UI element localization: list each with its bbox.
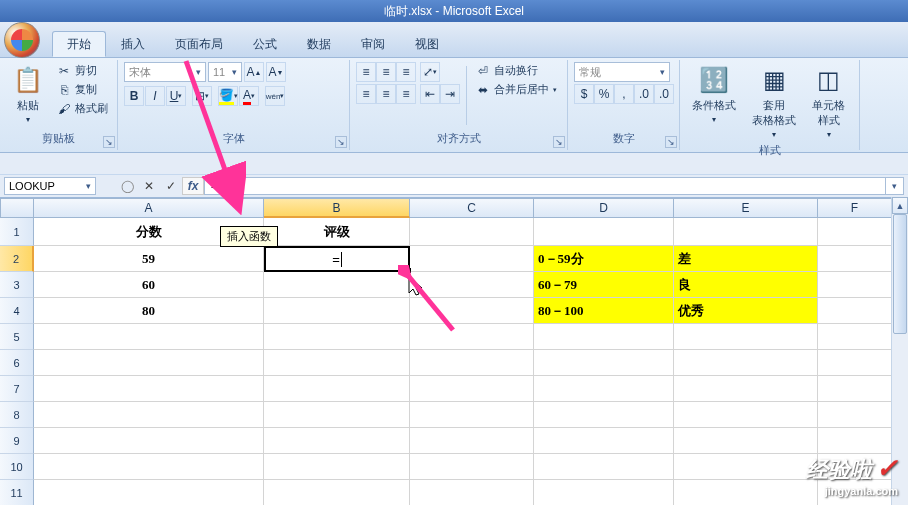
font-name-combo[interactable]: 宋体 (124, 62, 206, 82)
cell-A6[interactable] (34, 350, 264, 376)
scroll-up-button[interactable]: ▲ (892, 197, 908, 214)
merge-center-button[interactable]: ⬌合并后居中▾ (473, 81, 560, 98)
cell-D7[interactable] (534, 376, 674, 402)
accounting-button[interactable]: $ (574, 84, 594, 104)
cell-A3[interactable]: 60 (34, 272, 264, 298)
cell-F5[interactable] (818, 324, 892, 350)
cell-C6[interactable] (410, 350, 534, 376)
number-format-combo[interactable]: 常规 (574, 62, 670, 82)
comma-button[interactable]: , (614, 84, 634, 104)
office-button[interactable] (4, 22, 40, 58)
name-box[interactable]: LOOKUP (4, 177, 96, 195)
cell-D4[interactable]: 80－100 (534, 298, 674, 324)
column-header-A[interactable]: A (34, 198, 264, 218)
row-header-2[interactable]: 2 (0, 246, 34, 272)
cell-C11[interactable] (410, 480, 534, 505)
tab-review[interactable]: 审阅 (346, 31, 400, 57)
cell-E9[interactable] (674, 428, 818, 454)
cell-D9[interactable] (534, 428, 674, 454)
column-header-D[interactable]: D (534, 198, 674, 218)
tab-insert[interactable]: 插入 (106, 31, 160, 57)
number-launcher-icon[interactable]: ↘ (665, 136, 677, 148)
cell-B3[interactable] (264, 272, 410, 298)
align-top-button[interactable]: ≡ (356, 62, 376, 82)
cell-A7[interactable] (34, 376, 264, 402)
formula-input[interactable]: = (204, 177, 886, 195)
increase-decimal-button[interactable]: .0 (634, 84, 654, 104)
cell-styles-button[interactable]: ◫ 单元格 样式▾ (806, 62, 851, 141)
cell-D10[interactable] (534, 454, 674, 480)
cell-C3[interactable] (410, 272, 534, 298)
tab-view[interactable]: 视图 (400, 31, 454, 57)
row-header-5[interactable]: 5 (0, 324, 34, 350)
column-header-B[interactable]: B (264, 198, 410, 218)
decrease-decimal-button[interactable]: .0 (654, 84, 674, 104)
cell-A9[interactable] (34, 428, 264, 454)
font-launcher-icon[interactable]: ↘ (335, 136, 347, 148)
alignment-launcher-icon[interactable]: ↘ (553, 136, 565, 148)
row-header-3[interactable]: 3 (0, 272, 34, 298)
cell-C4[interactable] (410, 298, 534, 324)
cell-D3[interactable]: 60－79 (534, 272, 674, 298)
align-middle-button[interactable]: ≡ (376, 62, 396, 82)
row-header-10[interactable]: 10 (0, 454, 34, 480)
cell-D6[interactable] (534, 350, 674, 376)
copy-button[interactable]: ⎘复制 (54, 81, 111, 98)
cell-A5[interactable] (34, 324, 264, 350)
fill-color-button[interactable]: 🪣▾ (218, 86, 238, 106)
row-header-1[interactable]: 1 (0, 218, 34, 246)
cell-E1[interactable] (674, 218, 818, 246)
cell-E10[interactable] (674, 454, 818, 480)
align-bottom-button[interactable]: ≡ (396, 62, 416, 82)
cell-D5[interactable] (534, 324, 674, 350)
tab-page-layout[interactable]: 页面布局 (160, 31, 238, 57)
expand-formula-button[interactable]: ▾ (886, 177, 904, 195)
cell-B4[interactable] (264, 298, 410, 324)
cell-F4[interactable] (818, 298, 892, 324)
font-size-combo[interactable]: 11 (208, 62, 242, 82)
cell-D8[interactable] (534, 402, 674, 428)
cell-F9[interactable] (818, 428, 892, 454)
cancel-x-button[interactable]: ✕ (138, 177, 160, 195)
column-header-E[interactable]: E (674, 198, 818, 218)
cell-C2[interactable] (410, 246, 534, 272)
cell-C7[interactable] (410, 376, 534, 402)
select-all-corner[interactable] (0, 198, 34, 218)
increase-indent-button[interactable]: ⇥ (440, 84, 460, 104)
cell-F1[interactable] (818, 218, 892, 246)
column-header-C[interactable]: C (410, 198, 534, 218)
cell-C1[interactable] (410, 218, 534, 246)
row-header-6[interactable]: 6 (0, 350, 34, 376)
cell-F3[interactable] (818, 272, 892, 298)
cell-E3[interactable]: 良 (674, 272, 818, 298)
tab-formulas[interactable]: 公式 (238, 31, 292, 57)
cell-F7[interactable] (818, 376, 892, 402)
cell-C9[interactable] (410, 428, 534, 454)
cell-D2[interactable]: 0－59分 (534, 246, 674, 272)
paste-button[interactable]: 📋 粘贴 ▾ (6, 62, 50, 126)
percent-button[interactable]: % (594, 84, 614, 104)
cell-B6[interactable] (264, 350, 410, 376)
cell-B2[interactable]: = (264, 246, 410, 272)
decrease-font-button[interactable]: A▼ (266, 62, 286, 82)
tab-data[interactable]: 数据 (292, 31, 346, 57)
format-painter-button[interactable]: 🖌格式刷 (54, 100, 111, 117)
row-header-8[interactable]: 8 (0, 402, 34, 428)
align-left-button[interactable]: ≡ (356, 84, 376, 104)
row-header-11[interactable]: 11 (0, 480, 34, 505)
row-header-9[interactable]: 9 (0, 428, 34, 454)
cell-B8[interactable] (264, 402, 410, 428)
cell-F8[interactable] (818, 402, 892, 428)
cell-C8[interactable] (410, 402, 534, 428)
cell-E6[interactable] (674, 350, 818, 376)
table-styles-button[interactable]: ▦ 套用 表格格式▾ (746, 62, 802, 141)
cell-E4[interactable]: 优秀 (674, 298, 818, 324)
cell-F6[interactable] (818, 350, 892, 376)
cell-B5[interactable] (264, 324, 410, 350)
wrap-text-button[interactable]: ⏎自动换行 (473, 62, 560, 79)
cell-B1[interactable]: 评级 (264, 218, 410, 246)
phonetic-button[interactable]: wén▾ (265, 86, 285, 106)
column-header-F[interactable]: F (818, 198, 892, 218)
decrease-indent-button[interactable]: ⇤ (420, 84, 440, 104)
cell-B10[interactable] (264, 454, 410, 480)
